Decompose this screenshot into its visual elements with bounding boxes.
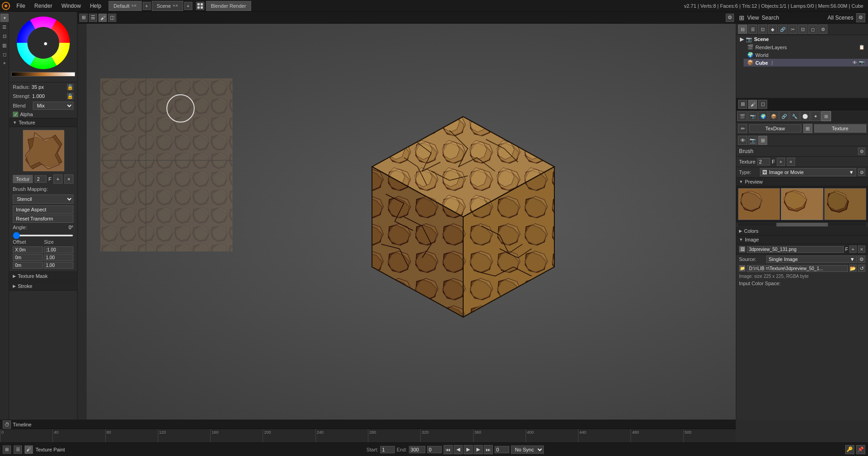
image-close-btn[interactable]: × — [858, 246, 865, 253]
viewport-icon-texture-paint[interactable]: 🖌 — [98, 14, 107, 22]
brush-settings-btn[interactable]: ⚙ — [858, 148, 865, 155]
props-icon-3[interactable]: ◻ — [758, 100, 767, 109]
tab-material-icon[interactable]: ⚪ — [800, 111, 810, 121]
props-icon-active[interactable]: 🖌 — [748, 100, 757, 109]
add-workspace-btn[interactable]: + — [143, 2, 151, 10]
workspace-tab-default[interactable]: Default +× — [108, 1, 142, 11]
outliner-tool-7[interactable]: ⊡ — [798, 25, 807, 34]
tex-add-btn[interactable]: + — [777, 158, 785, 166]
angle-slider[interactable] — [13, 235, 73, 236]
left-icon-3[interactable]: ⊡ — [0, 32, 9, 40]
outliner-all-scenes[interactable]: All Scenes — [827, 15, 853, 21]
tab-texture-icon[interactable]: ⊞ — [821, 111, 831, 121]
alpha-checkbox[interactable]: ✓ — [13, 112, 18, 117]
cube-render-icon[interactable]: 📷 — [859, 60, 864, 65]
preview-section-header[interactable]: ▼ Preview — [736, 178, 868, 186]
offset-z-input[interactable]: 0m — [13, 262, 43, 269]
playhead-input[interactable] — [495, 446, 509, 453]
outliner-item-renderlayers[interactable]: 🎬 RenderLayers 📋 — [744, 43, 868, 51]
color-wheel[interactable] — [16, 15, 71, 70]
next-frame-btn[interactable]: ▶ — [474, 445, 483, 454]
viewport-icon-2[interactable]: ☰ — [89, 14, 97, 22]
eye-icon-btn[interactable]: 👁 — [738, 136, 747, 145]
menu-window[interactable]: Window — [57, 0, 86, 11]
textur-tab[interactable]: Textur — [13, 175, 33, 183]
tab-constraint-icon[interactable]: 🔗 — [779, 111, 789, 121]
texdraw-pencil-icon[interactable]: ✏ — [738, 124, 747, 133]
grid-icon-btn-active[interactable]: ⊞ — [758, 136, 767, 145]
left-icon-5[interactable]: ◻ — [0, 50, 9, 58]
outliner-tool-3[interactable]: ⊡ — [758, 25, 767, 34]
texture-mask-section-header[interactable]: ▶ Texture Mask — [9, 272, 77, 281]
viewport-icon-settings[interactable]: ⚙ — [726, 14, 734, 22]
value-strip[interactable] — [11, 72, 75, 77]
blend-select[interactable]: Mix — [33, 102, 73, 110]
current-frame-input[interactable] — [427, 446, 442, 453]
outliner-tool-9[interactable]: ⚙ — [818, 25, 827, 34]
texture-section-header[interactable]: ▼ Texture — [9, 118, 77, 127]
radius-lock-btn[interactable]: 🔒 — [67, 84, 73, 90]
outliner-item-cube[interactable]: 📦 Cube | 👁 📷 — [744, 59, 868, 67]
bottom-bar-icon2[interactable]: ☰ — [14, 446, 22, 454]
filepath-reload-btn[interactable]: ↺ — [858, 265, 865, 272]
end-input[interactable] — [409, 446, 425, 453]
left-icon-4[interactable]: ▥ — [0, 41, 9, 49]
reset-transform-btn[interactable]: Reset Transform — [13, 215, 73, 223]
stroke-section-header[interactable]: ▶ Stroke — [9, 282, 77, 291]
play-btn[interactable]: ▶ — [464, 445, 473, 454]
workspace-tab-scene[interactable]: Scene +× — [152, 1, 183, 11]
jump-start-btn[interactable]: ⏮ — [444, 445, 453, 454]
outliner-item-scene[interactable]: ▶ 📷 Scene — [736, 35, 868, 43]
preview-scrollbar[interactable] — [738, 223, 866, 226]
offset-y-input[interactable]: 0m — [13, 254, 43, 261]
outliner-tool-1[interactable]: ⊟ — [738, 25, 747, 34]
viewport-icon-4[interactable]: ◫ — [108, 14, 116, 22]
add-scene-btn[interactable]: + — [184, 2, 192, 10]
camera-icon-btn[interactable]: 📷 — [748, 136, 757, 145]
source-settings-btn[interactable]: ⚙ — [858, 256, 865, 263]
tab-world-icon[interactable]: 🌍 — [758, 111, 768, 121]
size-z-input[interactable]: 1.00 — [44, 262, 74, 269]
image-aspect-btn[interactable]: Image Aspect — [13, 205, 73, 214]
sync-select[interactable]: No Sync — [511, 446, 544, 454]
filepath-browse-btn[interactable]: 📂 — [849, 265, 857, 272]
layout-icon-btn[interactable] — [196, 2, 204, 10]
main-viewport[interactable] — [87, 24, 736, 420]
stencil-select[interactable]: Stencil — [13, 195, 73, 204]
filepath-field[interactable]: D:\=LIB =\Texture\3dpreview_50_1... — [747, 265, 848, 272]
menu-help[interactable]: Help — [85, 0, 106, 11]
outliner-tool-4[interactable]: ◆ — [768, 25, 777, 34]
texdraw-btn[interactable]: TexDraw — [749, 124, 801, 133]
cube-eye-icon[interactable]: 👁 — [852, 60, 857, 65]
type-settings-btn[interactable]: ⚙ — [858, 169, 865, 176]
prev-frame-btn[interactable]: ◀ — [454, 445, 463, 454]
image-filename-field[interactable]: 3dpreview_50_131.png — [747, 246, 844, 253]
left-icon-2[interactable]: ☰ — [0, 23, 9, 31]
outliner-settings-btn[interactable]: ⚙ — [856, 13, 865, 22]
size-y-input[interactable]: 1.00 — [44, 254, 74, 261]
outliner-tool-6[interactable]: ✂ — [788, 25, 797, 34]
viewport-icon-1[interactable]: ⊞ — [79, 14, 88, 22]
tab-particle-icon[interactable]: ✦ — [811, 111, 821, 121]
outliner-tool-2[interactable]: ☰ — [748, 25, 757, 34]
source-select[interactable]: Single Image ▼ — [766, 256, 857, 263]
outliner-item-world[interactable]: 🌍 World — [744, 51, 868, 59]
timeline-icon[interactable]: ⏱ — [3, 420, 11, 429]
bottom-bar-icon1[interactable]: ⊞ — [3, 446, 11, 454]
strength-lock-btn[interactable]: 🔒 — [67, 93, 73, 99]
size-x-input[interactable]: :1.00 — [44, 246, 74, 253]
left-icon-6[interactable]: ⌖ — [0, 59, 9, 67]
tab-close-default[interactable]: +× — [131, 3, 137, 8]
colors-section-header[interactable]: ▶ Colors — [736, 227, 868, 236]
outliner-tool-5[interactable]: 🔗 — [778, 25, 787, 34]
image-add-btn[interactable]: + — [849, 246, 857, 253]
props-icon-1[interactable]: ⊞ — [738, 100, 747, 109]
tab-close-scene[interactable]: +× — [173, 3, 178, 8]
marker-btn[interactable]: 📌 — [856, 445, 865, 454]
texture-btn[interactable]: Texture — [814, 124, 867, 133]
image-section-header[interactable]: ▼ Image — [736, 236, 868, 244]
jump-end-btn[interactable]: ⏭ — [484, 445, 493, 454]
keying-btn[interactable]: 🔑 — [845, 445, 854, 454]
tex-close-btn[interactable]: × — [787, 158, 795, 166]
texture-grid-icon[interactable]: ⊞ — [803, 124, 812, 133]
